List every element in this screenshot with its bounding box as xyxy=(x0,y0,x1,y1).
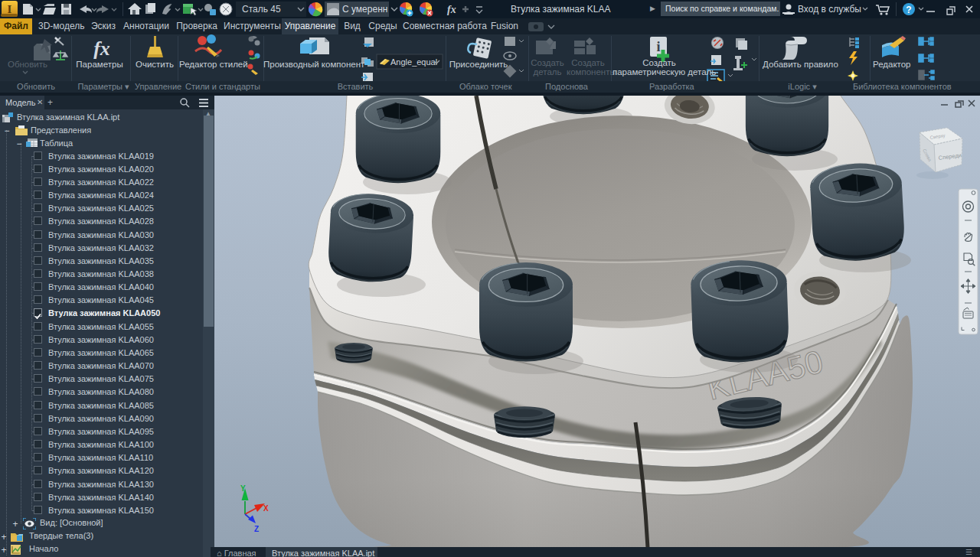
svg-text:X: X xyxy=(263,504,269,513)
svg-text:fx: fx xyxy=(447,4,456,15)
svg-text:Вход в службы: Вход в службы xyxy=(798,4,861,15)
svg-text:Y: Y xyxy=(240,484,246,493)
svg-text:Сталь 45: Сталь 45 xyxy=(242,4,281,15)
svg-text:С умеренн: С умеренн xyxy=(342,4,387,15)
svg-text:Z: Z xyxy=(254,525,259,533)
svg-text:fx: fx xyxy=(93,37,110,60)
svg-text:?: ? xyxy=(906,5,911,15)
svg-text:i: i xyxy=(656,39,660,54)
svg-text:Angle_equal: Angle_equal xyxy=(390,57,437,67)
svg-text:I: I xyxy=(8,3,12,15)
